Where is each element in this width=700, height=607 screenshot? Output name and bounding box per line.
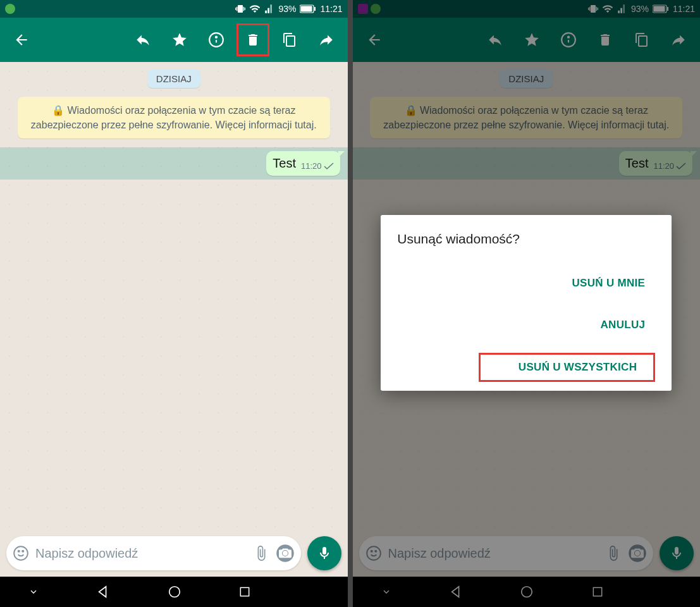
message-time: 11:20 — [301, 161, 322, 171]
nav-expand-button[interactable] — [28, 587, 39, 597]
star-button[interactable] — [163, 23, 196, 56]
svg-point-7 — [18, 551, 20, 552]
copy-button[interactable] — [273, 23, 306, 56]
cancel-button[interactable]: ANULUJ — [591, 311, 656, 339]
chat-area[interactable]: DZISIAJ 🔒 Wiadomości oraz połączenia w t… — [0, 62, 348, 531]
clock-time: 11:21 — [320, 4, 342, 14]
wifi-icon — [249, 3, 261, 15]
forward-button[interactable] — [310, 23, 343, 56]
message-input[interactable]: Napisz odpowiedź — [35, 546, 247, 561]
message-text: Test — [273, 156, 296, 171]
message-input-container[interactable]: Napisz odpowiedź — [6, 536, 301, 570]
svg-point-10 — [169, 587, 180, 598]
check-icon — [324, 162, 334, 170]
svg-point-8 — [22, 551, 23, 552]
status-bar: 93% 11:21 — [0, 0, 348, 18]
svg-rect-11 — [241, 587, 249, 596]
camera-icon[interactable] — [276, 544, 295, 563]
emoji-icon[interactable] — [13, 545, 29, 561]
svg-point-5 — [215, 37, 216, 38]
back-button[interactable] — [5, 23, 38, 56]
nav-recent-button[interactable] — [238, 586, 251, 598]
date-separator: DZISIAJ — [147, 70, 200, 88]
selected-message-row[interactable]: Test 11:20 — [0, 147, 348, 180]
delete-for-everyone-button[interactable]: USUŃ U WSZYSTKICH — [479, 353, 655, 382]
info-button[interactable] — [200, 23, 233, 56]
svg-point-6 — [14, 546, 28, 560]
encryption-notice[interactable]: 🔒 Wiadomości oraz połączenia w tym czaci… — [18, 97, 330, 138]
delete-button[interactable] — [236, 23, 269, 56]
signal-icon — [264, 4, 274, 14]
android-nav-bar — [0, 577, 348, 607]
phone-screen-right: 93% 11:21 DZISIAJ 🔒 Wiadomości oraz połą… — [353, 0, 701, 607]
delete-message-dialog: Usunąć wiadomość? USUŃ U MNIE ANULUJ USU… — [381, 215, 672, 391]
vibrate-icon — [235, 4, 245, 14]
notification-dot-icon — [5, 4, 15, 14]
nav-back-button[interactable] — [96, 585, 110, 599]
battery-icon — [300, 4, 316, 13]
svg-rect-2 — [314, 7, 316, 11]
delete-for-me-button[interactable]: USUŃ U MNIE — [562, 269, 656, 297]
battery-percent: 93% — [278, 4, 296, 14]
attach-icon[interactable] — [253, 545, 269, 561]
phone-screen-left: 93% 11:21 DZISIAJ 🔒 Wiadomości oraz połą… — [0, 0, 348, 607]
svg-rect-1 — [301, 6, 312, 12]
composer-bar: Napisz odpowiedź — [0, 531, 348, 577]
reply-button[interactable] — [126, 23, 159, 56]
selection-toolbar — [0, 18, 348, 62]
nav-home-button[interactable] — [168, 585, 181, 599]
message-bubble[interactable]: Test 11:20 — [266, 151, 340, 176]
voice-record-button[interactable] — [307, 536, 341, 570]
dialog-title: Usunąć wiadomość? — [397, 231, 655, 247]
